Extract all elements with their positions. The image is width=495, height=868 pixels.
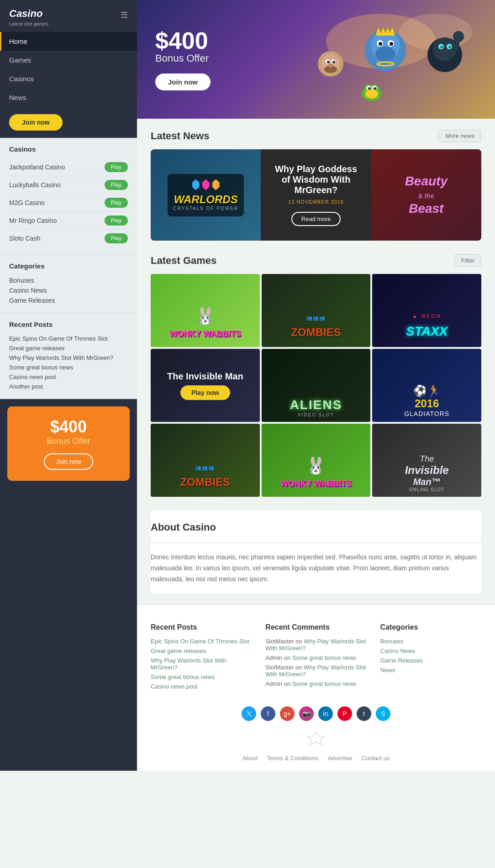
footer-recent-posts-title: Recent Posts xyxy=(151,623,252,631)
svg-rect-18 xyxy=(376,33,395,36)
social-icons-row: 𝕏 f g+ 📷 in P t S xyxy=(151,706,481,721)
instagram-icon[interactable]: 📷 xyxy=(299,706,314,721)
casino-item: Sloto Cash Play xyxy=(9,230,128,247)
game-tile-aliens[interactable]: ALIENS VIDEO SLOT xyxy=(262,349,371,422)
casino-play-button[interactable]: Play xyxy=(105,216,128,226)
recent-post-link[interactable]: Some great bonus news xyxy=(9,363,128,372)
game-tile-gladiators[interactable]: ⚽🏃 2016 GLADIATORS xyxy=(372,349,481,422)
latest-games-title: Latest Games xyxy=(151,255,216,267)
footer-post-link[interactable]: Casino news post xyxy=(151,683,252,690)
recent-post-link[interactable]: Epic Spins On Game Of Thrones Slot xyxy=(9,334,128,343)
footer-post-link[interactable]: Why Play Warlords Slot With MrGreen? xyxy=(151,657,252,671)
categories-section: Categories Bonuses Casino News Game Rele… xyxy=(0,255,137,313)
footer-post-link[interactable]: Great game releases xyxy=(151,647,252,654)
hero-subtitle: Bonus Offer xyxy=(155,53,211,64)
sidebar-join-section: Join now xyxy=(0,107,137,138)
footer-categories-title: Categories xyxy=(380,623,481,631)
casino-item: Jackpotland Casino Play xyxy=(9,158,128,176)
footer-category-casino-news[interactable]: Casino News xyxy=(380,647,481,654)
sidebar-bonus-banner: $400 Bonus Offer Join now xyxy=(7,406,130,481)
game-tile-invisible-man-2[interactable]: The Invisible Man™ ONLINE SLOT xyxy=(372,424,481,497)
recent-post-link[interactable]: Great game releases xyxy=(9,343,128,353)
svg-point-9 xyxy=(328,64,333,68)
casino-play-button[interactable]: Play xyxy=(105,180,128,190)
about-text: Donec interdum lectus mauris, nec pharet… xyxy=(151,552,481,584)
tumblr-icon[interactable]: t xyxy=(357,706,371,721)
recent-post-link[interactable]: Casino news post xyxy=(9,372,128,382)
about-title: About Casino xyxy=(151,521,481,533)
linkedin-icon[interactable]: in xyxy=(318,706,333,721)
main-content: $400 Bonus Offer Join now xyxy=(137,0,495,771)
hero-banner: $400 Bonus Offer Join now xyxy=(137,0,495,119)
facebook-icon[interactable]: f xyxy=(261,706,275,721)
game-tile-neon-staxx[interactable]: ▲ NEON STAXX xyxy=(372,274,481,347)
footer-category-news[interactable]: News xyxy=(380,667,481,673)
comment-link[interactable]: Some great bonus news xyxy=(292,654,356,661)
category-bonuses[interactable]: Bonuses xyxy=(9,275,128,285)
game-tile-zombies[interactable]: 👥👥👥 ZOMBIES xyxy=(262,274,371,347)
skype-icon[interactable]: S xyxy=(376,706,390,721)
content-area: Latest News More news WARLORDS CRYSTALS xyxy=(137,119,495,605)
footer-post-link[interactable]: Some great bonus news xyxy=(151,673,252,680)
sidebar-join-button[interactable]: Join now xyxy=(9,114,63,131)
recent-post-link[interactable]: Another post xyxy=(9,382,128,391)
footer-post-link[interactable]: Epic Spins On Game Of Thrones Slot xyxy=(151,638,252,645)
footer-about-link[interactable]: About xyxy=(242,755,258,762)
category-game-releases[interactable]: Game Releases xyxy=(9,295,128,305)
category-casino-news[interactable]: Casino News xyxy=(9,285,128,295)
filter-button[interactable]: Filter xyxy=(454,254,481,267)
comment-3: SlotMaster on Why Play Warlords Slot Wit… xyxy=(265,664,366,678)
twitter-icon[interactable]: 𝕏 xyxy=(242,706,256,721)
casino-play-button[interactable]: Play xyxy=(105,162,128,172)
casino-play-button[interactable]: Play xyxy=(105,198,128,208)
games-grid: 🐰 WONKY WABBITS 👥👥👥 ZOMBIES ▲ NEON STAXX xyxy=(151,274,481,497)
sidebar: Casino Latest slot games ☰ Home Games Ca… xyxy=(0,0,137,771)
footer-advertise-link[interactable]: Advertise xyxy=(327,755,352,762)
footer-terms-link[interactable]: Terms & Conditions xyxy=(267,755,318,762)
sidebar-item-home[interactable]: Home xyxy=(0,32,137,51)
latest-news-title: Latest News xyxy=(151,130,209,142)
invisible-man-title: The Invisible Man xyxy=(167,371,243,382)
footer-comments-title: Recent Comments xyxy=(265,623,366,631)
menu-icon[interactable]: ☰ xyxy=(121,10,128,20)
svg-point-8 xyxy=(332,61,335,63)
game-tile-wonky-wabbits[interactable]: 🐰 WONKY WABBITS xyxy=(151,274,260,347)
footer-bottom: About Terms & Conditions Advertise Conta… xyxy=(151,755,481,762)
bonus-amount: $400 xyxy=(16,417,121,437)
svg-point-25 xyxy=(448,46,451,48)
more-news-button[interactable]: More news xyxy=(438,130,481,142)
casino-item: M2G Casino Play xyxy=(9,194,128,212)
read-more-button[interactable]: Read more xyxy=(291,212,341,226)
footer-categories: Categories Bonuses Casino News Game Rele… xyxy=(380,623,481,693)
comment-1: SlotMaster on Why Play Warlords Slot Wit… xyxy=(265,638,366,652)
footer-category-game-releases[interactable]: Game Releases xyxy=(380,657,481,664)
news-item-article: Why Play Goddess of Wisdom With MrGreen?… xyxy=(261,149,371,241)
warlords-badge: WARLORDS CRYSTALS OF POWER xyxy=(168,174,244,216)
sidebar-item-news[interactable]: News xyxy=(0,88,137,107)
hero-join-button[interactable]: Join now xyxy=(155,74,211,90)
footer-category-bonuses[interactable]: Bonuses xyxy=(380,638,481,645)
footer-contact-link[interactable]: Contact us xyxy=(361,755,390,762)
invisible-man-title-2: The xyxy=(405,454,449,464)
svg-point-34 xyxy=(374,87,376,90)
play-now-button[interactable]: Play now xyxy=(180,385,230,400)
pinterest-icon[interactable]: P xyxy=(337,706,352,721)
gladiators-year: 2016 xyxy=(404,397,449,410)
sidebar-bonus-join-button[interactable]: Join now xyxy=(44,453,93,470)
recent-post-link[interactable]: Why Play Warlords Slot With MrGreen? xyxy=(9,353,128,363)
aliens-title: ALIENS xyxy=(290,398,342,412)
game-tile-zombies-2[interactable]: 👥👥👥 ZOMBIES xyxy=(151,424,260,497)
hero-text: $400 Bonus Offer Join now xyxy=(155,29,211,90)
game-tile-invisible-man[interactable]: The Invisible Man Play now xyxy=(151,349,260,422)
latest-games-header: Latest Games Filter xyxy=(151,254,481,267)
sidebar-item-games[interactable]: Games xyxy=(0,51,137,69)
comment-link[interactable]: Some great bonus news xyxy=(292,680,356,687)
categories-title: Categories xyxy=(9,262,128,270)
sidebar-item-casinos[interactable]: Casinos xyxy=(0,69,137,88)
casino-play-button[interactable]: Play xyxy=(105,233,128,243)
casino-item: Luckyballs Casino Play xyxy=(9,176,128,194)
google-plus-icon[interactable]: g+ xyxy=(280,706,295,721)
game-tile-wonky-wabbits-2[interactable]: 🐰 WONKY WABBITS xyxy=(262,424,371,497)
svg-point-15 xyxy=(379,42,382,46)
news-item-warlords: WARLORDS CRYSTALS OF POWER xyxy=(151,149,261,241)
